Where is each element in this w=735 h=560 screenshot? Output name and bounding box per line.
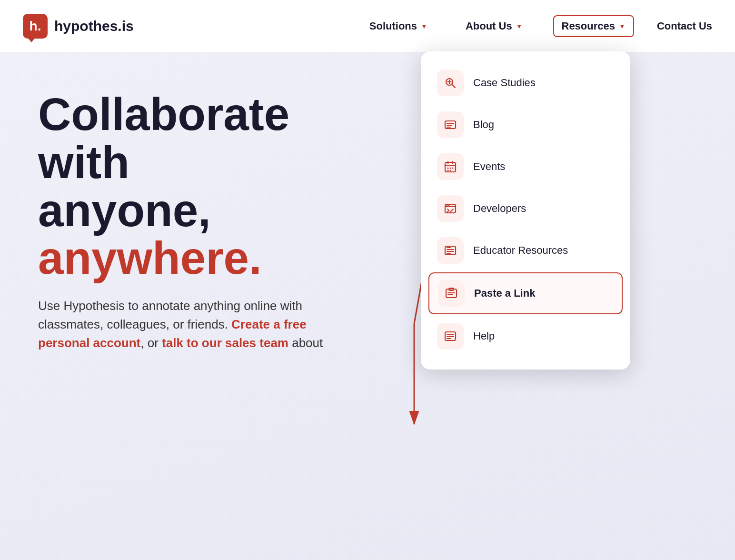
logo-icon: h. xyxy=(23,14,48,39)
nav-about[interactable]: About Us ▼ xyxy=(458,16,530,36)
nav-links: Solutions ▼ About Us ▼ Resources ▼ Conta… xyxy=(362,15,712,37)
svg-point-16 xyxy=(450,170,451,171)
search-icon xyxy=(444,76,457,90)
dropdown-item-blog[interactable]: Blog xyxy=(428,105,623,145)
logo[interactable]: h. hypothes.is xyxy=(23,14,134,39)
paste-a-link-label: Paste a Link xyxy=(474,287,535,300)
logo-letter: h. xyxy=(30,19,41,34)
svg-point-14 xyxy=(452,168,454,169)
developers-label: Developers xyxy=(473,202,526,215)
hero-line2: with xyxy=(38,137,129,188)
developers-icon-wrap xyxy=(437,195,464,222)
educator-icon xyxy=(444,244,457,257)
events-label: Events xyxy=(473,160,505,173)
nav-resources[interactable]: Resources ▼ xyxy=(553,15,634,37)
educator-resources-label: Educator Resources xyxy=(473,244,568,257)
dropdown-item-help[interactable]: Help xyxy=(428,316,623,356)
svg-line-23 xyxy=(450,209,453,212)
navbar: h. hypothes.is Solutions ▼ About Us ▼ Re… xyxy=(0,0,735,52)
hero-suffix: about xyxy=(292,336,323,350)
nav-solutions[interactable]: Solutions ▼ xyxy=(362,16,435,36)
dropdown-item-developers[interactable]: Developers xyxy=(428,189,623,229)
svg-point-19 xyxy=(447,205,447,206)
hero-line1: Collaborate xyxy=(38,89,289,140)
dropdown-item-educator-resources[interactable]: Educator Resources xyxy=(428,230,623,270)
blog-label: Blog xyxy=(473,119,494,131)
svg-point-12 xyxy=(447,168,449,169)
developers-icon xyxy=(444,202,457,215)
svg-point-15 xyxy=(447,170,449,171)
blog-icon xyxy=(444,118,457,131)
events-icon-wrap xyxy=(437,153,464,180)
calendar-icon xyxy=(444,160,457,173)
help-icon xyxy=(444,330,457,343)
chevron-down-icon: ▼ xyxy=(619,22,626,30)
case-studies-icon-wrap xyxy=(437,70,464,96)
paste-link-icon xyxy=(445,287,458,300)
dropdown-item-paste-a-link[interactable]: Paste a Link xyxy=(428,272,623,314)
educator-icon-wrap xyxy=(437,237,464,264)
blog-icon-wrap xyxy=(437,111,464,138)
hero-line4: anywhere. xyxy=(38,232,262,283)
svg-point-20 xyxy=(448,205,449,206)
svg-point-13 xyxy=(450,168,451,169)
svg-line-22 xyxy=(447,210,449,212)
help-icon-wrap xyxy=(437,323,464,350)
resources-dropdown: Case Studies Blog xyxy=(421,51,630,370)
hero-subtitle: Use Hypothesis to annotate anything onli… xyxy=(38,297,333,352)
help-label: Help xyxy=(473,330,495,342)
dropdown-item-events[interactable]: Events xyxy=(428,147,623,187)
case-studies-label: Case Studies xyxy=(473,77,536,89)
chevron-down-icon: ▼ xyxy=(421,22,427,30)
dropdown-item-case-studies[interactable]: Case Studies xyxy=(428,63,623,103)
hero-title: Collaborate with anyone, anywhere. xyxy=(38,90,371,282)
hero-cta2-link[interactable]: talk to our sales team xyxy=(162,336,288,350)
paste-link-icon-wrap xyxy=(438,280,465,307)
hero-line3: anyone, xyxy=(38,185,211,236)
nav-contact[interactable]: Contact Us xyxy=(657,20,712,32)
chevron-down-icon: ▼ xyxy=(516,22,523,30)
svg-line-1 xyxy=(452,84,455,88)
logo-text: hypothes.is xyxy=(54,18,134,34)
